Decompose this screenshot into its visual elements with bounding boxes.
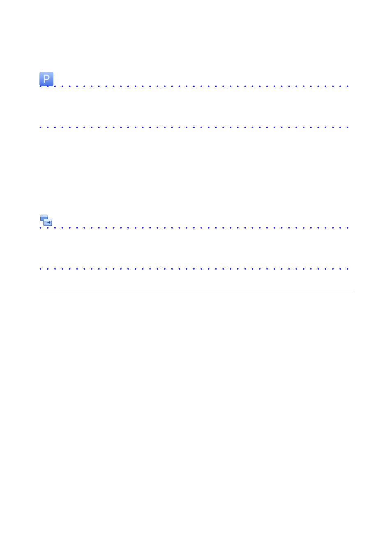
block-2-separator-2: • • • • • • • • • • • • • • • • • • • • …	[39, 267, 353, 271]
page-root: • • • • • • • • • • • • • • • • • • • • …	[0, 0, 392, 555]
svg-rect-2	[40, 215, 48, 217]
svg-rect-4	[44, 219, 52, 221]
p-letter-icon	[42, 74, 51, 83]
folder-transfer-icon	[39, 213, 53, 227]
block-1-separator-1: • • • • • • • • • • • • • • • • • • • • …	[39, 85, 353, 88]
horizontal-rule	[39, 292, 353, 292]
folder-transfer-svg	[39, 213, 53, 227]
block-1-separator-2: • • • • • • • • • • • • • • • • • • • • …	[39, 126, 353, 129]
block-2-icon-row	[39, 213, 353, 227]
p-app-icon	[39, 72, 53, 86]
block-1-icon-row	[39, 72, 353, 86]
block-2-separator-1: • • • • • • • • • • • • • • • • • • • • …	[39, 226, 353, 229]
